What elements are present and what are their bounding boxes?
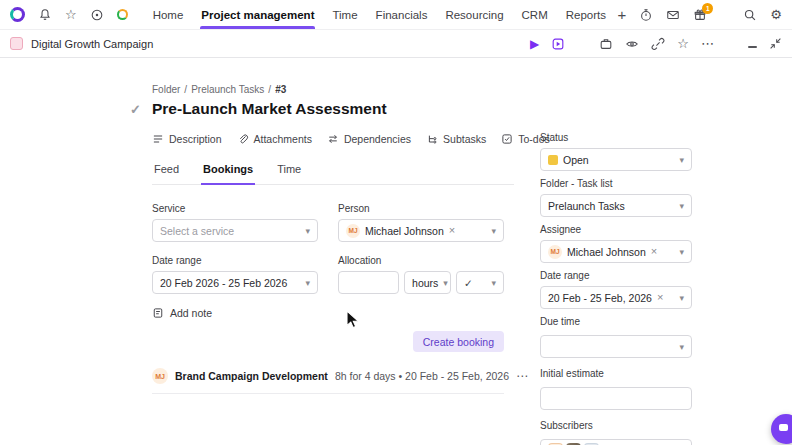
topbar-left-icons: ☆ bbox=[10, 0, 128, 29]
service-select[interactable]: Select a service ▾ bbox=[152, 219, 318, 242]
start-timer-play-icon[interactable]: ▶ bbox=[530, 37, 539, 51]
person-value: Michael Johnson bbox=[365, 225, 444, 237]
nav-item-crm[interactable]: CRM bbox=[513, 0, 557, 29]
whats-new-icon[interactable]: 1 bbox=[693, 8, 707, 22]
timer-icon[interactable] bbox=[639, 8, 653, 22]
window-bar-actions: ▶ bbox=[530, 37, 782, 51]
panel-date-range-value: 20 Feb - 25 Feb, 2026 bbox=[548, 292, 652, 304]
person-select[interactable]: MJ Michael Johnson × ▾ bbox=[338, 219, 504, 242]
more-options-icon[interactable]: ⋯ bbox=[701, 37, 714, 50]
nav-item-reports[interactable]: Reports bbox=[557, 0, 615, 29]
task-title: Pre-Launch Market Assessment bbox=[152, 100, 387, 118]
sync-spinner-icon bbox=[117, 9, 128, 20]
task-tabs: Feed Bookings Time bbox=[152, 158, 514, 185]
chat-widget-button[interactable] bbox=[771, 414, 792, 444]
project-icon bbox=[10, 37, 23, 50]
dependencies-icon bbox=[327, 133, 339, 145]
tab-time[interactable]: Time bbox=[275, 158, 303, 184]
complete-check-icon[interactable]: ✓ bbox=[128, 102, 143, 117]
booking-details: 8h for 4 days • 20 Feb - 25 Feb, 2026 bbox=[335, 370, 509, 382]
nav-item-financials[interactable]: Financials bbox=[367, 0, 437, 29]
description-button[interactable]: Description bbox=[152, 133, 222, 145]
service-label: Service bbox=[152, 203, 318, 214]
breadcrumb-folder[interactable]: Folder bbox=[152, 84, 180, 95]
create-booking-button[interactable]: Create booking bbox=[413, 331, 504, 352]
note-icon bbox=[152, 307, 164, 319]
allocation-input[interactable] bbox=[338, 271, 399, 294]
task-details-panel: Status Open ▾ Folder - Task list Prelaun… bbox=[540, 132, 692, 445]
due-time-label: Due time bbox=[540, 316, 692, 327]
topbar-right-icons: + 1 bbox=[618, 0, 782, 29]
avatar: MJ bbox=[548, 245, 562, 259]
top-navigation-bar: ☆ Home Project management Time Financial… bbox=[0, 0, 792, 30]
booking-list-item[interactable]: MJ Brand Campaign Development 8h for 4 d… bbox=[152, 368, 504, 394]
open-in-planner-icon[interactable] bbox=[551, 37, 565, 51]
chevron-down-icon: ▾ bbox=[679, 155, 684, 165]
collapse-window-icon[interactable] bbox=[769, 37, 782, 50]
check-icon: ✓ bbox=[464, 277, 473, 289]
app-logo-icon[interactable] bbox=[10, 7, 25, 22]
favorite-star-icon[interactable]: ☆ bbox=[677, 37, 689, 50]
attachments-button[interactable]: Attachments bbox=[237, 133, 312, 145]
minimize-icon[interactable] bbox=[748, 40, 757, 48]
tab-feed[interactable]: Feed bbox=[152, 158, 181, 184]
date-range-select[interactable]: 20 Feb 2026 - 25 Feb 2026 ▾ bbox=[152, 271, 318, 294]
chevron-down-icon: ▾ bbox=[679, 342, 684, 352]
allocation-confirm-select[interactable]: ✓ ▾ bbox=[456, 271, 504, 294]
nav-item-home[interactable]: Home bbox=[144, 0, 193, 29]
tab-bookings[interactable]: Bookings bbox=[201, 158, 255, 185]
clear-date-range-icon[interactable]: × bbox=[657, 292, 663, 303]
search-icon[interactable] bbox=[743, 8, 757, 22]
initial-estimate-input[interactable] bbox=[540, 387, 692, 410]
discover-icon[interactable] bbox=[90, 8, 104, 22]
settings-gear-icon[interactable]: ⚙ bbox=[770, 8, 782, 21]
nav-item-resourcing[interactable]: Resourcing bbox=[436, 0, 512, 29]
assignee-value: Michael Johnson bbox=[567, 246, 646, 258]
chevron-down-icon: ▾ bbox=[679, 247, 684, 257]
booking-form: Service Select a service ▾ Person MJ Mic… bbox=[152, 203, 504, 352]
nav-item-time[interactable]: Time bbox=[323, 0, 366, 29]
folder-tasklist-label: Folder - Task list bbox=[540, 178, 692, 189]
dependencies-button[interactable]: Dependencies bbox=[327, 133, 411, 145]
task-detail-pane: Folder / Prelaunch Tasks / #3 ✓ Pre-Laun… bbox=[128, 84, 520, 394]
breadcrumb-task-list[interactable]: Prelaunch Tasks bbox=[191, 84, 264, 95]
add-note-button[interactable]: Add note bbox=[152, 307, 504, 319]
nav-item-project-management[interactable]: Project management bbox=[192, 0, 323, 29]
notifications-icon[interactable] bbox=[38, 8, 52, 22]
assignee-select[interactable]: MJ Michael Johnson × ▾ bbox=[540, 240, 692, 263]
breadcrumb-separator: / bbox=[268, 84, 271, 95]
messages-icon[interactable] bbox=[666, 8, 680, 22]
subtasks-icon bbox=[426, 133, 438, 145]
remove-assignee-icon[interactable]: × bbox=[651, 246, 657, 257]
status-select[interactable]: Open ▾ bbox=[540, 148, 692, 171]
initial-estimate-label: Initial estimate bbox=[540, 368, 692, 379]
subscribers-select[interactable]: MJ JE ▾ bbox=[540, 439, 692, 445]
project-title[interactable]: Digital Growth Campaign bbox=[31, 38, 153, 50]
folder-value: Prelaunch Tasks bbox=[548, 200, 625, 212]
booking-title: Brand Campaign Development bbox=[175, 370, 328, 382]
add-icon[interactable]: + bbox=[618, 6, 627, 23]
chevron-down-icon: ▾ bbox=[491, 278, 496, 288]
panel-date-range-select[interactable]: 20 Feb - 25 Feb, 2026 × ▾ bbox=[540, 286, 692, 309]
description-icon bbox=[152, 133, 164, 145]
task-feature-bar: Description Attachments Dependencies bbox=[152, 133, 520, 145]
folder-tasklist-select[interactable]: Prelaunch Tasks ▾ bbox=[540, 194, 692, 217]
chevron-down-icon: ▾ bbox=[443, 278, 448, 288]
allocation-unit-select[interactable]: hours ▾ bbox=[404, 271, 451, 294]
watchers-eye-icon[interactable] bbox=[625, 37, 639, 51]
paperclip-icon bbox=[237, 133, 249, 145]
briefcase-icon[interactable] bbox=[599, 37, 613, 51]
due-time-select[interactable]: ▾ bbox=[540, 335, 692, 358]
breadcrumb: Folder / Prelaunch Tasks / #3 bbox=[152, 84, 520, 95]
favorites-icon[interactable]: ☆ bbox=[65, 8, 77, 21]
booking-more-icon[interactable]: ⋯ bbox=[516, 369, 528, 383]
date-range-label: Date range bbox=[152, 255, 318, 266]
avatar: MJ bbox=[152, 368, 168, 384]
remove-person-icon[interactable]: × bbox=[449, 225, 455, 236]
copy-link-icon[interactable] bbox=[651, 37, 665, 51]
date-range-value: 20 Feb 2026 - 25 Feb 2026 bbox=[160, 277, 287, 289]
chevron-down-icon: ▾ bbox=[679, 201, 684, 211]
avatar: MJ bbox=[346, 224, 360, 238]
subtasks-button[interactable]: Subtasks bbox=[426, 133, 486, 145]
chevron-down-icon: ▾ bbox=[679, 293, 684, 303]
